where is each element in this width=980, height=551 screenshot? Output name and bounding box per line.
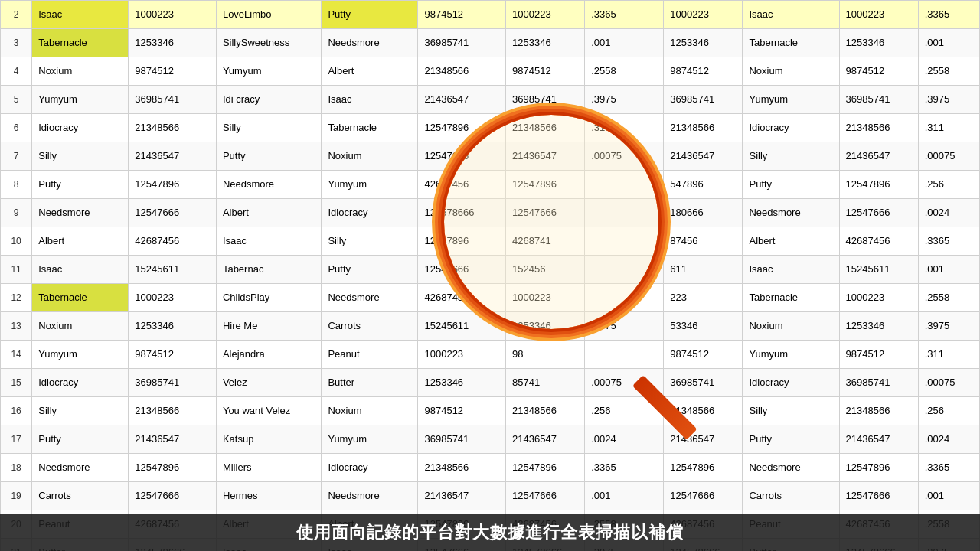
cell-c6: 21436547 bbox=[506, 425, 585, 454]
cell-c5: 9874512 bbox=[418, 1, 506, 29]
cell-c6: 152456 bbox=[506, 256, 585, 284]
cell-c12: .00075 bbox=[918, 369, 979, 397]
cell-c5: 1000223 bbox=[418, 341, 506, 369]
cell-c7 bbox=[585, 256, 655, 284]
cell-c10: Yumyum bbox=[743, 341, 839, 369]
cell-c3: Velez bbox=[216, 369, 322, 397]
cell-c7: .001 bbox=[585, 482, 655, 510]
cell-num: 16 bbox=[1, 397, 32, 425]
table-row: 7Silly21436547PuttyNoxium125476662143654… bbox=[1, 142, 980, 171]
cell-c6: 85741 bbox=[506, 369, 585, 397]
cell-c11: 1253346 bbox=[839, 312, 918, 341]
cell-c12: .256 bbox=[918, 171, 979, 199]
table-row: 9Needsmore12547666AlbertIdiocracy1245786… bbox=[1, 199, 980, 227]
cell-c12: .001 bbox=[918, 482, 979, 510]
cell-c7: .00075 bbox=[585, 369, 655, 397]
cell-c3: Idi cracy bbox=[216, 86, 322, 114]
cell-c8 bbox=[655, 57, 663, 86]
cell-c1: Silly bbox=[32, 397, 129, 425]
cell-num: 14 bbox=[1, 341, 32, 369]
cell-c4: Butter bbox=[322, 369, 418, 397]
cell-c4: Yumyum bbox=[322, 171, 418, 199]
cell-c5: 21348566 bbox=[418, 57, 506, 86]
cell-c11: 21348566 bbox=[839, 114, 918, 142]
cell-c4: Putty bbox=[322, 256, 418, 284]
cell-c12: .3365 bbox=[918, 1, 979, 29]
cell-c7: .001 bbox=[585, 29, 655, 57]
table-row: 12Tabernacle1000223ChildsPlayNeedsmore42… bbox=[1, 284, 980, 312]
cell-c1: Putty bbox=[32, 171, 129, 199]
cell-c10: Needsmore bbox=[743, 199, 839, 227]
cell-c5: 1253346 bbox=[418, 369, 506, 397]
cell-c2: 21348566 bbox=[129, 397, 217, 425]
cell-c9: 1253346 bbox=[664, 29, 743, 57]
table-row: 15Idiocracy36985741VelezButter1253346857… bbox=[1, 369, 980, 397]
cell-c4: Needsmore bbox=[322, 482, 418, 510]
cell-c2: 12547896 bbox=[129, 171, 217, 199]
cell-c9: 36985741 bbox=[664, 86, 743, 114]
table-row: 8Putty12547896NeedsmoreYumyum42687456125… bbox=[1, 171, 980, 199]
cell-c1: Idiocracy bbox=[32, 114, 129, 142]
cell-c11: 9874512 bbox=[839, 341, 918, 369]
cell-c11: 21348566 bbox=[839, 397, 918, 425]
cell-c10: Putty bbox=[743, 425, 839, 454]
cell-c8 bbox=[655, 199, 663, 227]
cell-c2: 21348566 bbox=[129, 114, 217, 142]
cell-c8 bbox=[655, 482, 663, 510]
cell-c4: Needsmore bbox=[322, 284, 418, 312]
cell-c6: 12547896 bbox=[506, 454, 585, 482]
cell-c9: 611 bbox=[664, 256, 743, 284]
cell-c1: Carrots bbox=[32, 482, 129, 510]
cell-c9: 21436547 bbox=[664, 425, 743, 454]
cell-c3: Alejandra bbox=[216, 341, 322, 369]
cell-c11: 36985741 bbox=[839, 86, 918, 114]
cell-c6: 1000223 bbox=[506, 284, 585, 312]
cell-c5: 124578666 bbox=[418, 199, 506, 227]
cell-c3: You want Velez bbox=[216, 397, 322, 425]
cell-c5: 36985741 bbox=[418, 29, 506, 57]
table-row: 17Putty21436547KatsupYumyum3698574121436… bbox=[1, 425, 980, 454]
cell-c3: SillySweetness bbox=[216, 29, 322, 57]
table-row: 18Needsmore12547896MillersIdiocracy21348… bbox=[1, 454, 980, 482]
cell-c11: 9874512 bbox=[839, 57, 918, 86]
cell-num: 12 bbox=[1, 284, 32, 312]
cell-c2: 21436547 bbox=[129, 425, 217, 454]
cell-c5: 21436547 bbox=[418, 86, 506, 114]
cell-c1: Albert bbox=[32, 227, 129, 256]
cell-c7: .2558 bbox=[585, 57, 655, 86]
cell-c3: Hermes bbox=[216, 482, 322, 510]
cell-c8 bbox=[655, 284, 663, 312]
cell-c8 bbox=[655, 1, 663, 29]
cell-c9: 9874512 bbox=[664, 57, 743, 86]
cell-c11: 12547666 bbox=[839, 482, 918, 510]
cell-num: 10 bbox=[1, 227, 32, 256]
cell-c1: Idiocracy bbox=[32, 369, 129, 397]
cell-c9: 36985741 bbox=[664, 369, 743, 397]
cell-c3: Millers bbox=[216, 454, 322, 482]
table-container: 2Isaac1000223LoveLimboPutty9874512100022… bbox=[0, 0, 980, 551]
cell-c8 bbox=[655, 256, 663, 284]
cell-c10: Idiocracy bbox=[743, 114, 839, 142]
cell-c4: Tabernacle bbox=[322, 114, 418, 142]
cell-c4: Peanut bbox=[322, 341, 418, 369]
cell-c1: Putty bbox=[32, 425, 129, 454]
cell-c3: Isaac bbox=[216, 227, 322, 256]
cell-c10: Noxium bbox=[743, 57, 839, 86]
cell-c4: Putty bbox=[322, 1, 418, 29]
cell-c10: Albert bbox=[743, 227, 839, 256]
cell-c12: .311 bbox=[918, 114, 979, 142]
cell-c9: 21348566 bbox=[664, 397, 743, 425]
cell-c3: Putty bbox=[216, 142, 322, 171]
cell-c12: .256 bbox=[918, 397, 979, 425]
table-row: 4Noxium9874512YumyumAlbert21348566987451… bbox=[1, 57, 980, 86]
cell-c5: 42687456 bbox=[418, 171, 506, 199]
cell-c10: Yumyum bbox=[743, 86, 839, 114]
cell-c11: 1000223 bbox=[839, 284, 918, 312]
cell-c2: 1000223 bbox=[129, 1, 217, 29]
cell-c11: 1000223 bbox=[839, 1, 918, 29]
cell-c1: Needsmore bbox=[32, 454, 129, 482]
cell-c11: 1253346 bbox=[839, 29, 918, 57]
table-row: 2Isaac1000223LoveLimboPutty9874512100022… bbox=[1, 1, 980, 29]
cell-c8 bbox=[655, 425, 663, 454]
cell-c8 bbox=[655, 312, 663, 341]
